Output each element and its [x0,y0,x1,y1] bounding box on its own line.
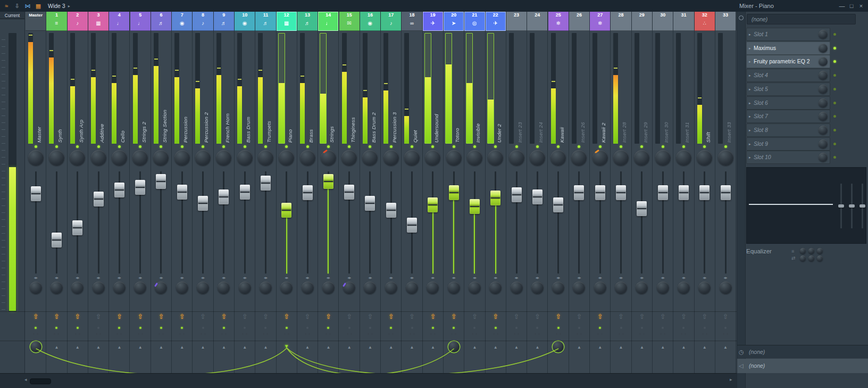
channel-tab[interactable]: 5♩ [130,12,151,31]
record-arm-icon[interactable]: ⇧ [590,311,610,322]
send-level-knob[interactable] [553,341,564,352]
volume-fader-track[interactable] [557,171,559,274]
fx-mix-knob[interactable] [819,71,828,80]
record-arm-icon[interactable]: ⇧ [695,311,715,322]
volume-fader-handle[interactable] [219,189,229,204]
mute-led[interactable] [453,145,455,148]
track-link-led[interactable] [704,327,706,329]
volume-fader-handle[interactable] [94,192,104,207]
fx-mix-knob[interactable] [819,44,828,53]
channel-tab[interactable]: 29 [632,12,652,31]
track-link-led[interactable] [620,327,622,329]
track-link-led[interactable] [495,327,497,329]
detach-icon[interactable]: ⋈ [22,0,33,12]
mixer-scrollbar[interactable]: ◂ ▸ [0,373,737,388]
record-arm-icon[interactable]: ⇧ [548,311,569,322]
route-to-icon[interactable]: ▲ [381,345,401,350]
volume-fader-handle[interactable] [31,186,41,201]
scrollbar-handle[interactable] [30,378,51,384]
fx-enable-led[interactable] [833,60,836,63]
route-to-icon[interactable]: ▲ [632,345,652,350]
mute-led[interactable] [682,145,685,148]
route-to-icon[interactable]: ▲ [109,345,129,350]
pan-knob[interactable] [530,150,545,166]
route-to-icon[interactable]: ▲ [653,345,673,350]
track-link-led[interactable] [139,327,141,329]
record-arm-icon[interactable]: ⇧ [277,311,297,322]
channel-tab[interactable]: 26 [569,12,589,31]
volume-fader-handle[interactable] [574,185,584,200]
track-link-led[interactable] [599,327,601,329]
record-arm-icon[interactable]: ⇧ [486,311,506,322]
fl-logo-icon[interactable]: ≈ [1,0,12,12]
mute-led[interactable] [599,145,602,148]
time-plugin-slot[interactable]: ◷ (none) [737,345,868,358]
route-to-icon[interactable]: ▲ [360,345,380,350]
mute-led[interactable] [473,145,476,148]
stereo-sep-knob[interactable] [302,282,314,294]
fx-mix-knob[interactable] [819,85,828,94]
pan-knob[interactable] [446,150,462,166]
channel-tab[interactable]: 31 [673,12,694,31]
eq-band-knob[interactable] [800,255,806,261]
channel-tab[interactable]: Master [26,12,46,31]
fx-slot-7[interactable]: ▸Slot 7 [746,110,830,123]
track-link-led[interactable] [682,327,685,329]
route-to-icon[interactable]: ▲ [193,345,213,350]
pan-knob[interactable] [362,150,378,166]
fx-enable-led[interactable] [833,156,836,159]
volume-fader-track[interactable] [223,171,224,274]
record-arm-icon[interactable]: ⇧ [360,311,380,322]
pan-knob[interactable] [634,150,649,166]
volume-fader-track[interactable] [369,171,371,274]
route-to-icon[interactable]: ▲ [486,345,506,350]
eq-band-knob[interactable] [800,248,806,254]
record-arm-icon[interactable]: ⇧ [464,311,485,322]
volume-fader-handle[interactable] [616,185,626,200]
mute-led[interactable] [703,145,706,148]
eq-slider-handle[interactable] [859,204,865,208]
stereo-sep-knob[interactable] [280,282,293,294]
fx-slot-4[interactable]: ▸Slot 4 [746,69,830,82]
pan-knob[interactable] [383,150,399,166]
pan-knob[interactable] [91,150,106,166]
fx-enable-led[interactable] [833,33,836,36]
stereo-sep-knob[interactable] [489,282,502,294]
fx-enable-led[interactable] [833,74,836,77]
stereo-sep-knob[interactable] [322,282,335,294]
stereo-sep-knob[interactable] [448,282,460,294]
pan-knob[interactable] [718,150,733,166]
stereo-sep-knob[interactable] [343,282,355,294]
pan-knob[interactable] [70,150,85,166]
record-arm-icon[interactable]: ⇧ [632,311,652,322]
pan-knob[interactable] [132,150,148,166]
stereo-sep-knob[interactable] [406,282,418,294]
stereo-sep-knob[interactable] [552,282,564,294]
volume-fader-track[interactable] [98,171,99,274]
mute-led[interactable] [118,145,121,148]
track-link-led[interactable] [515,327,518,329]
mute-led[interactable] [244,145,246,148]
track-link-led[interactable] [724,327,727,329]
route-to-icon[interactable]: ▲ [695,345,715,350]
track-link-led[interactable] [369,327,371,329]
pan-knob[interactable] [425,150,440,166]
channel-tab[interactable]: 19✈ [423,12,443,31]
fx-mix-knob[interactable] [819,153,828,162]
stereo-sep-knob[interactable] [51,282,63,294]
fx-mix-knob[interactable] [819,30,828,39]
mute-led[interactable] [181,145,183,148]
volume-fader-handle[interactable] [512,187,522,202]
volume-fader-handle[interactable] [553,197,563,212]
pan-knob[interactable] [341,150,357,166]
record-arm-icon[interactable]: ⇧ [402,311,422,322]
track-link-led[interactable] [306,327,308,329]
volume-fader-handle[interactable] [114,183,124,197]
stereo-sep-knob[interactable] [93,282,105,294]
pan-knob[interactable] [237,150,253,166]
fx-slot-2[interactable]: ▸Maximus [746,42,830,55]
eq-slider-handle[interactable] [838,204,844,208]
pan-knob[interactable] [153,150,169,166]
channel-tab[interactable]: 24 [527,12,547,31]
pan-knob[interactable] [300,150,315,166]
